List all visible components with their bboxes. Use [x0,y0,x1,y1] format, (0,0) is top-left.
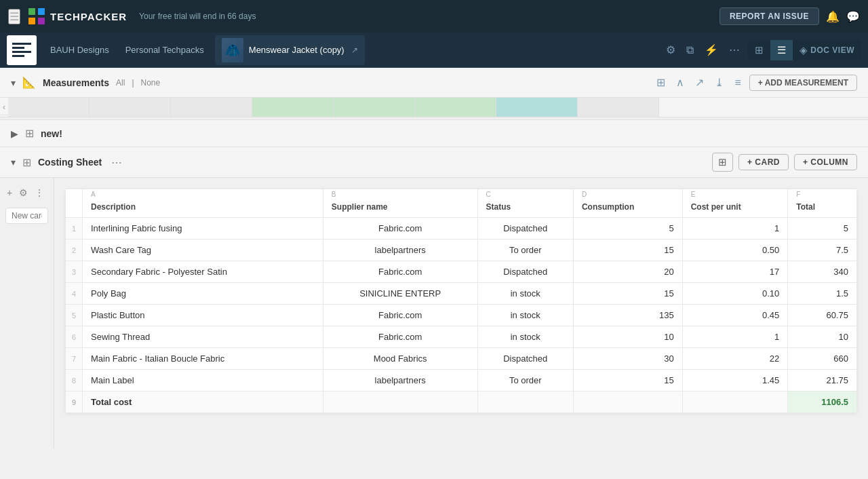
th-supplier[interactable]: Supplier name [323,199,477,218]
costing-collapse-toggle[interactable]: ▾ [11,157,16,168]
cell-status[interactable]: in stock [477,283,573,305]
cell-consumption[interactable]: 20 [573,261,682,283]
cell-status[interactable]: To order [477,240,573,261]
cell-supplier[interactable]: Fabric.com [323,218,477,240]
cell-description[interactable]: Secondary Fabric - Polyester Satin [83,261,323,283]
cell-description[interactable]: Poly Bag [83,283,323,305]
th-e: E [682,189,788,200]
cell-description[interactable]: Plastic Button [83,305,323,326]
measurements-collapse-toggle[interactable]: ▾ [11,77,16,88]
report-issue-button[interactable]: REPORT AN ISSUE [719,7,819,25]
cell-supplier[interactable]: Fabric.com [323,326,477,348]
breadcrumb-brand[interactable]: BAUH Designs [42,45,117,55]
cell-cost-per-unit[interactable]: 1 [682,326,788,348]
cell-status[interactable]: Dispatched [477,218,573,240]
more-icon[interactable]: ⋯ [726,41,743,59]
cell-supplier[interactable]: labelpartners [323,370,477,391]
add-column-button[interactable]: + COLUMN [794,154,857,170]
cell-consumption[interactable]: 135 [573,305,682,326]
cell-cost-per-unit[interactable]: 0.10 [682,283,788,305]
th-consumption[interactable]: Consumption [573,199,682,218]
measurements-link-icon[interactable]: ↗ [692,73,707,92]
message-icon[interactable]: 💬 [846,10,860,23]
cell-total[interactable]: 1.5 [788,283,857,305]
table-row[interactable]: 3 Secondary Fabric - Polyester Satin Fab… [66,261,857,283]
measurements-subtitle-all[interactable]: All [116,78,125,88]
cell-cost-per-unit[interactable]: 17 [682,261,788,283]
cell-description[interactable]: Main Label [83,370,323,391]
table-row[interactable]: 8 Main Label labelpartners To order 15 1… [66,370,857,391]
external-link-icon[interactable]: ↗ [351,45,358,55]
measurements-sort-icon[interactable]: ∧ [673,73,687,92]
cell-total[interactable]: 660 [788,348,857,370]
measurements-filter2-icon[interactable]: ≡ [732,74,743,92]
new-card-input[interactable] [5,208,48,224]
doc-view-btn[interactable]: ◈ DOC VIEW [793,40,861,60]
cell-consumption[interactable]: 10 [573,326,682,348]
settings-icon[interactable]: ⚙ [663,41,678,59]
cell-supplier[interactable]: Fabric.com [323,305,477,326]
table-row[interactable]: 7 Main Fabric - Italian Boucle Fabric Mo… [66,348,857,370]
cell-cost-per-unit[interactable]: 22 [682,348,788,370]
cell-total[interactable]: 21.75 [788,370,857,391]
cell-supplier[interactable]: Mood Fabrics [323,348,477,370]
cell-description[interactable]: Interlining Fabric fusing [83,218,323,240]
cell-supplier[interactable]: labelpartners [323,240,477,261]
table-row[interactable]: 6 Sewing Thread Fabric.com in stock 10 1… [66,326,857,348]
cell-status[interactable]: To order [477,370,573,391]
filter-icon[interactable]: ⚡ [702,41,721,59]
measurements-grid-icon[interactable]: ⊞ [654,73,668,92]
new-section[interactable]: ▶ ⊞ new! [0,120,868,147]
cell-consumption[interactable]: 15 [573,240,682,261]
brand-logo[interactable] [7,35,37,65]
cell-supplier[interactable]: Fabric.com [323,261,477,283]
th-description[interactable]: Description [83,199,323,218]
cell-consumption[interactable]: 15 [573,370,682,391]
cell-consumption[interactable]: 15 [573,283,682,305]
cell-cost-per-unit[interactable]: 0.50 [682,240,788,261]
cell-total[interactable]: 10 [788,326,857,348]
th-status[interactable]: Status [477,199,573,218]
cell-description[interactable]: Main Fabric - Italian Boucle Fabric [83,348,323,370]
list-view-btn[interactable]: ☰ [770,40,793,60]
table-row[interactable]: 4 Poly Bag SINICLINE ENTERP in stock 15 … [66,283,857,305]
th-cost-per-unit[interactable]: Cost per unit [682,199,788,218]
cell-consumption[interactable]: 30 [573,348,682,370]
costing-grid-view-btn[interactable]: ⊞ [712,153,733,172]
breadcrumb-jacket[interactable]: 🧥 Menswear Jacket (copy) ↗ [215,35,365,65]
cell-total[interactable]: 60.75 [788,305,857,326]
th-total[interactable]: Total [788,199,857,218]
bell-icon[interactable]: 🔔 [826,10,840,23]
cell-status[interactable]: Dispatched [477,348,573,370]
measurements-subtitle-none[interactable]: None [141,78,161,88]
cell-cost-per-unit[interactable]: 1.45 [682,370,788,391]
cell-description[interactable]: Wash Care Tag [83,240,323,261]
cell-status[interactable]: in stock [477,326,573,348]
add-row-icon[interactable]: + [5,186,14,199]
cell-status[interactable]: in stock [477,305,573,326]
grid-view-btn[interactable]: ⊞ [748,40,770,60]
table-row[interactable]: 2 Wash Care Tag labelpartners To order 1… [66,240,857,261]
table-row[interactable]: 5 Plastic Button Fabric.com in stock 135… [66,305,857,326]
cell-total[interactable]: 5 [788,218,857,240]
copy-icon[interactable]: ⧉ [684,41,696,59]
new-section-toggle[interactable]: ▶ [11,128,18,139]
costing-more-icon[interactable]: ⋯ [108,153,125,172]
scroll-left-arrow[interactable]: ‹ [0,100,8,115]
cell-supplier[interactable]: SINICLINE ENTERP [323,283,477,305]
cell-total[interactable]: 340 [788,261,857,283]
cell-total[interactable]: 7.5 [788,240,857,261]
cell-status[interactable]: Dispatched [477,261,573,283]
cell-description[interactable]: Sewing Thread [83,326,323,348]
table-row[interactable]: 1 Interlining Fabric fusing Fabric.com D… [66,218,857,240]
cell-consumption[interactable]: 5 [573,218,682,240]
add-card-button[interactable]: + CARD [738,154,789,170]
menu-icon[interactable]: ☰ [8,9,20,24]
cell-cost-per-unit[interactable]: 0.45 [682,305,788,326]
measurements-download-icon[interactable]: ⤓ [712,73,726,92]
cell-cost-per-unit[interactable]: 1 [682,218,788,240]
settings-row-icon[interactable]: ⚙ [18,186,29,199]
breadcrumb-personal[interactable]: Personal Techpacks [117,45,212,55]
add-measurement-button[interactable]: + ADD MEASUREMENT [749,75,857,91]
more-row-icon[interactable]: ⋮ [33,186,45,199]
